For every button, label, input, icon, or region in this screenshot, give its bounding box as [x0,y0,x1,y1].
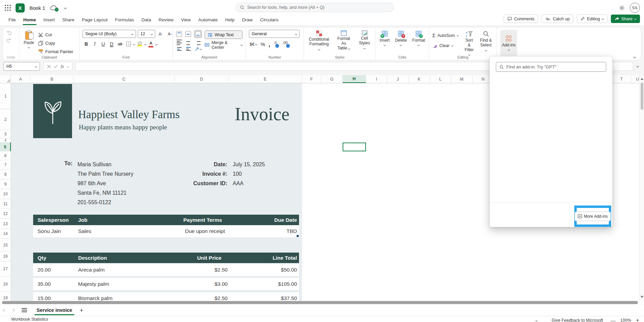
undo-icon[interactable] [6,30,12,35]
qty-cell[interactable]: 35.00 [38,278,51,290]
col-header-b[interactable]: B [30,75,74,83]
increase-decimal-button[interactable]: .00→ [282,41,290,48]
zoom-level[interactable]: 100% [620,318,631,322]
row-header-14[interactable]: 14 [0,229,11,239]
formula-bar-expand-chevron-icon[interactable] [636,65,639,67]
comma-format-button[interactable]: , [269,43,270,46]
merge-center-button[interactable]: Merge & Center [205,41,243,48]
menu-automate[interactable]: Automate [194,16,222,25]
col-header-e[interactable]: E [229,75,302,83]
all-sheets-menu-icon[interactable] [22,308,27,312]
next-sheet-icon[interactable] [9,309,18,311]
share-button[interactable]: Share [611,15,640,23]
decrease-font-icon[interactable]: Av [166,30,174,38]
insert-cells-button[interactable]: + Insert [378,30,391,46]
app-launcher-icon[interactable] [5,5,11,11]
comments-button[interactable]: Comments [504,15,538,23]
row-header-7[interactable]: 7 [0,160,11,170]
recipient-phone[interactable]: 201-555-0122 [77,198,133,207]
menu-page-layout[interactable]: Page Layout [78,16,111,25]
vertical-scrollbar[interactable] [639,75,644,301]
invoice-number-value[interactable]: 100 [233,169,242,179]
feedback-link[interactable]: Give Feedback to Microsoft [552,318,603,322]
settings-gear-icon[interactable] [619,5,625,11]
font-size-select[interactable]: 12 [138,30,155,38]
strikethrough-button[interactable]: ab [116,40,124,48]
menu-data[interactable]: Data [138,16,155,25]
col-header-c[interactable]: C [74,75,175,83]
row-header-13[interactable]: 13 [0,219,11,229]
col-header-g[interactable]: G [321,75,343,83]
fill-color-button[interactable] [136,40,143,48]
row-header-4[interactable]: 4 [0,138,11,143]
company-tagline[interactable]: Happy plants means happy people [79,124,167,131]
recipient-city[interactable]: Santa Fe, NM 11121 [77,188,133,198]
item-row-2[interactable]: 35.00 Majesty palm $3.00 $105.00 [33,278,299,290]
menu-circularo[interactable]: Circularo [256,16,282,25]
add-in-search-box[interactable] [496,62,606,72]
decrease-indent-icon[interactable] [177,47,182,51]
borders-button[interactable] [125,40,132,48]
line-total-header[interactable]: Line Total [273,253,297,263]
row-header-8[interactable]: 8 [0,170,11,179]
qty-cell[interactable]: 20.00 [38,264,51,276]
sales-table-row[interactable]: Sonu Jain Sales Due upon receipt TBD [33,225,299,237]
row-header-3[interactable]: 3 [0,130,11,138]
sheet-tab-service-invoice[interactable]: Service invoice [32,304,77,316]
workbook-statistics-button[interactable]: Workbook Statistics [11,317,48,322]
row-header-15[interactable]: 15 [0,239,11,252]
align-left-icon[interactable] [177,40,182,45]
line-total-cell[interactable]: $50.00 [281,264,297,276]
menu-file[interactable]: File [5,16,20,25]
fx-chevron-icon[interactable] [67,65,69,67]
align-center-icon[interactable] [186,40,191,45]
align-middle-icon[interactable] [185,31,191,37]
select-all-corner[interactable] [0,75,11,83]
row-header-11[interactable]: 11 [0,199,11,209]
catch-up-button[interactable]: Catch up [542,15,573,23]
job-header[interactable]: Job [78,215,88,225]
line-total-cell[interactable]: $105.00 [278,278,297,290]
borders-chevron-icon[interactable] [133,43,135,45]
row-header-5-selected[interactable]: 5 [0,143,11,151]
align-right-icon[interactable] [195,40,201,45]
items-table-header[interactable]: Qty Description Unit Price Line Total [33,253,299,263]
col-header-j[interactable]: J [387,75,409,83]
increase-font-icon[interactable]: A^ [157,30,164,38]
row-header-9[interactable]: 9 [0,179,11,189]
to-label[interactable]: To: [47,160,72,167]
prev-sheet-icon[interactable] [0,309,9,311]
row-header-6[interactable]: 6 [0,151,11,160]
description-header[interactable]: Description [78,253,107,263]
company-logo[interactable] [33,84,72,138]
unit-price-cell[interactable]: $3.00 [214,278,228,290]
autosum-button[interactable]: Σ AutoSum [432,32,459,39]
recipient-street[interactable]: 987 6th Ave [77,179,133,188]
menu-home[interactable]: Home [20,16,40,25]
increase-indent-icon[interactable] [186,47,191,51]
horizontal-scrollbar-thumb[interactable] [2,301,638,304]
redo-icon[interactable] [6,37,12,43]
col-header-l[interactable]: L [430,75,451,83]
menu-help[interactable]: Help [222,16,238,25]
row-header-10[interactable]: 10 [0,189,11,199]
payment-terms-header[interactable]: Payment Terms [183,215,222,225]
italic-button[interactable]: I [91,40,98,48]
add-in-search-input[interactable] [506,64,603,69]
font-color-button[interactable]: A [147,40,155,48]
col-header-a[interactable]: A [11,75,30,83]
currency-format-button[interactable]: $€ [250,42,257,47]
menu-review[interactable]: Review [155,16,177,25]
menu-insert[interactable]: Insert [40,16,59,25]
sort-filter-button[interactable]: AZ Sort &Filter [463,30,476,58]
job-cell[interactable]: Sales [78,225,91,237]
bold-button[interactable]: B [83,40,90,48]
qty-header[interactable]: Qty [38,253,46,263]
menu-view[interactable]: View [177,16,194,25]
align-bottom-selected[interactable] [194,30,202,38]
col-header-h-selected[interactable]: H [343,75,366,83]
cut-button[interactable]: Cut [38,31,73,38]
row-header-17[interactable]: 17 [0,261,11,277]
conditional-formatting-button[interactable]: ConditionalFormatting [307,30,331,52]
row-header-16[interactable]: 16 [0,252,11,261]
